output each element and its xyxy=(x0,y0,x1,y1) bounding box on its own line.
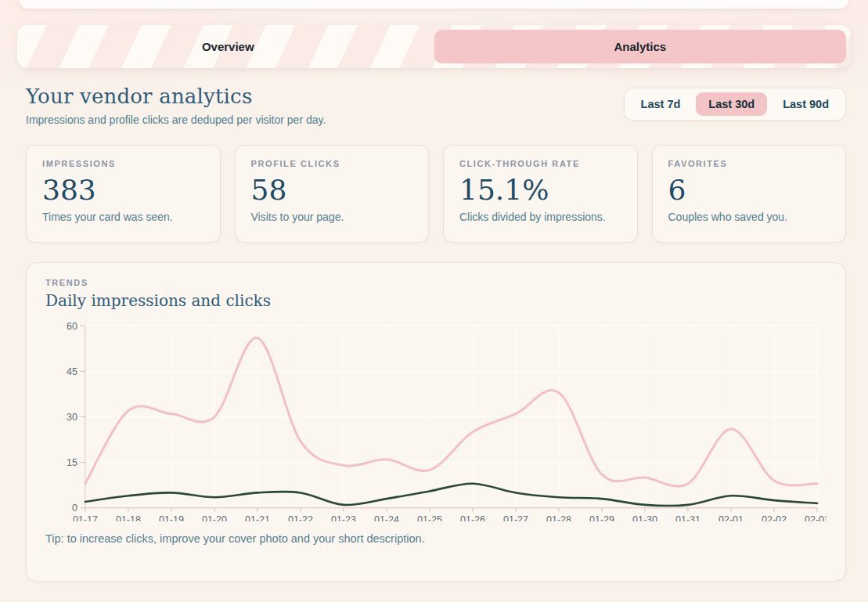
date-range-selector: Last 7d Last 30d Last 90d xyxy=(624,88,846,121)
svg-text:01-31: 01-31 xyxy=(675,514,701,521)
stat-description: Times your card was seen. xyxy=(42,211,204,223)
trends-card: TRENDS Daily impressions and clicks 0153… xyxy=(26,262,846,582)
tab-overview[interactable]: Overview xyxy=(22,30,434,63)
stat-value: 15.1% xyxy=(459,175,621,205)
range-button-7d[interactable]: Last 7d xyxy=(628,92,693,116)
stat-card-click-through-rate: CLICK-THROUGH RATE 15.1% Clicks divided … xyxy=(443,145,638,243)
svg-text:01-20: 01-20 xyxy=(202,514,227,521)
tab-bar: Overview Analytics xyxy=(17,25,851,68)
range-button-30d[interactable]: Last 30d xyxy=(696,92,767,116)
page-title: Your vendor analytics xyxy=(26,85,326,108)
svg-text:01-23: 01-23 xyxy=(331,514,356,521)
svg-text:02-02: 02-02 xyxy=(762,514,787,521)
svg-text:02-01: 02-01 xyxy=(719,514,744,521)
svg-text:01-22: 01-22 xyxy=(288,514,313,521)
stat-card-impressions: IMPRESSIONS 383 Times your card was seen… xyxy=(26,145,221,243)
svg-text:01-19: 01-19 xyxy=(159,514,184,521)
svg-text:30: 30 xyxy=(67,412,77,423)
stat-label: IMPRESSIONS xyxy=(42,159,204,168)
heading-block: Your vendor analytics Impressions and pr… xyxy=(26,85,326,126)
svg-text:01-26: 01-26 xyxy=(460,514,485,521)
stat-value: 58 xyxy=(251,175,413,205)
range-button-90d[interactable]: Last 90d xyxy=(770,92,841,116)
svg-text:01-29: 01-29 xyxy=(589,514,614,521)
svg-text:02-03: 02-03 xyxy=(805,514,827,521)
svg-text:01-27: 01-27 xyxy=(503,514,528,521)
svg-text:01-21: 01-21 xyxy=(245,514,270,521)
svg-text:01-24: 01-24 xyxy=(374,514,399,521)
stat-description: Visits to your page. xyxy=(251,211,413,223)
stat-card-favorites: FAVORITES 6 Couples who saved you. xyxy=(652,145,847,243)
stat-label: PROFILE CLICKS xyxy=(251,159,413,168)
page-subtitle: Impressions and profile clicks are dedup… xyxy=(26,114,326,126)
svg-text:60: 60 xyxy=(67,321,77,332)
stat-value: 383 xyxy=(42,175,204,205)
svg-text:01-18: 01-18 xyxy=(116,514,141,521)
stat-value: 6 xyxy=(668,175,830,205)
svg-text:01-17: 01-17 xyxy=(73,514,98,521)
trends-title: Daily impressions and clicks xyxy=(45,291,827,310)
stat-description: Couples who saved you. xyxy=(668,211,830,223)
trends-eyebrow: TRENDS xyxy=(45,278,827,287)
previous-card-bottom-edge xyxy=(20,0,848,9)
tab-analytics[interactable]: Analytics xyxy=(434,30,847,63)
svg-text:0: 0 xyxy=(72,503,77,514)
svg-text:15: 15 xyxy=(67,457,77,468)
svg-text:01-30: 01-30 xyxy=(632,514,657,521)
svg-text:45: 45 xyxy=(67,366,77,377)
stat-description: Clicks divided by impressions. xyxy=(459,211,621,223)
analytics-page: Your vendor analytics Impressions and pr… xyxy=(26,85,846,582)
svg-text:01-28: 01-28 xyxy=(546,514,571,521)
trends-chart: 01530456001-1701-1801-1901-2001-2101-220… xyxy=(45,319,827,521)
svg-text:01-25: 01-25 xyxy=(417,514,442,521)
stats-grid: IMPRESSIONS 383 Times your card was seen… xyxy=(26,145,846,243)
stat-label: FAVORITES xyxy=(668,159,830,168)
stat-card-profile-clicks: PROFILE CLICKS 58 Visits to your page. xyxy=(235,145,430,243)
page-header: Your vendor analytics Impressions and pr… xyxy=(26,85,846,126)
stat-label: CLICK-THROUGH RATE xyxy=(459,159,621,168)
trends-tip: Tip: to increase clicks, improve your co… xyxy=(45,532,827,545)
